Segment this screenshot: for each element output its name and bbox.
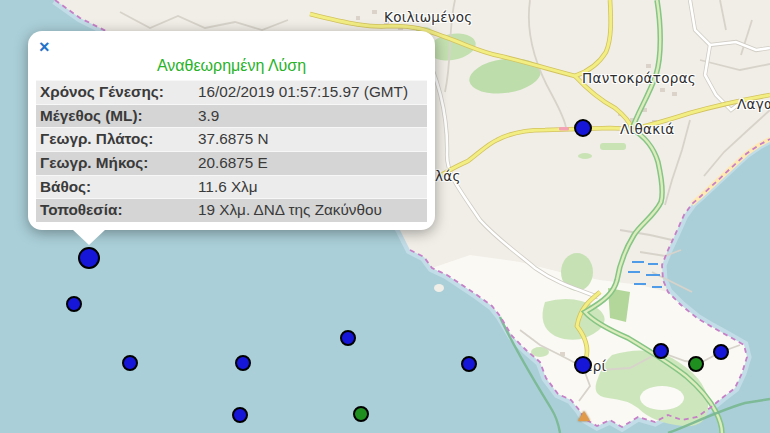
row-label: Γεωγρ. Πλάτος: — [36, 128, 194, 152]
earthquake-marker[interactable] — [574, 119, 592, 137]
table-row: Μέγεθος (ML):3.9 — [36, 104, 427, 128]
table-row: Χρόνος Γένεσης:16/02/2019 01:57:15.97 (G… — [36, 81, 427, 105]
row-value: 20.6875 E — [194, 151, 427, 175]
row-label: Τοποθεσία: — [36, 199, 194, 222]
earthquake-marker-selected[interactable] — [78, 247, 100, 269]
islet — [434, 284, 444, 292]
earthquake-marker[interactable] — [232, 407, 248, 423]
row-label: Χρόνος Γένεσης: — [36, 81, 194, 105]
row-value: 16/02/2019 01:57:15.97 (GMT) — [194, 81, 427, 105]
earthquake-marker[interactable] — [688, 356, 704, 372]
map-place-label: Λιθακιά — [620, 121, 675, 137]
table-row: Βάθος:11.6 Χλμ — [36, 175, 427, 199]
row-value: 37.6875 N — [194, 128, 427, 152]
triangle-marker[interactable] — [578, 411, 590, 421]
earthquake-marker[interactable] — [340, 330, 356, 346]
earthquake-marker[interactable] — [353, 406, 369, 422]
row-label: Γεωγρ. Μήκος: — [36, 151, 194, 175]
row-value: 11.6 Χλμ — [194, 175, 427, 199]
earthquake-marker[interactable] — [653, 343, 669, 359]
row-label: Μέγεθος (ML): — [36, 104, 194, 128]
table-row: Γεωγρ. Πλάτος:37.6875 N — [36, 128, 427, 152]
popup-tail — [72, 229, 106, 245]
row-value: 19 Χλμ. ΔΝΔ της Ζακύνθου — [194, 199, 427, 222]
earthquake-info-table: Χρόνος Γένεσης:16/02/2019 01:57:15.97 (G… — [36, 80, 427, 222]
popup-title: Αναθεωρημένη Λύση — [36, 57, 427, 75]
pink-road-segment — [559, 127, 569, 131]
table-row: Τοποθεσία:19 Χλμ. ΔΝΔ της Ζακύνθου — [36, 199, 427, 222]
map-place-label: Λαγανάς — [737, 96, 770, 112]
map-place-label: Κοιλιωμένος — [384, 9, 472, 25]
map-viewport[interactable]: ΚοιλιωμένοςΠαντοκράτοραςΛιθακιάΑγαλάςΚερ… — [0, 0, 770, 433]
table-row: Γεωγρ. Μήκος:20.6875 E — [36, 151, 427, 175]
map-place-label: Παντοκράτορας — [582, 70, 696, 86]
close-icon[interactable]: × — [37, 36, 52, 58]
row-label: Βάθος: — [36, 175, 194, 199]
row-value: 3.9 — [194, 104, 427, 128]
earthquake-marker[interactable] — [122, 355, 138, 371]
earthquake-marker[interactable] — [461, 356, 477, 372]
earthquake-marker[interactable] — [713, 344, 729, 360]
earthquake-marker[interactable] — [235, 355, 251, 371]
earthquake-marker[interactable] — [66, 296, 82, 312]
earthquake-marker[interactable] — [574, 356, 592, 374]
earthquake-popup: × Αναθεωρημένη Λύση Χρόνος Γένεσης:16/02… — [28, 31, 435, 230]
